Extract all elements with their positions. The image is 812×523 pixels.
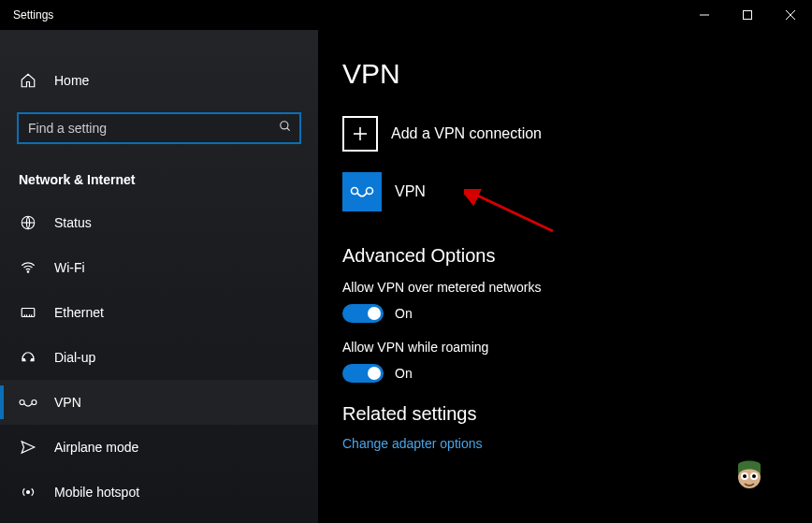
wifi-icon	[19, 259, 37, 276]
svg-point-16	[27, 491, 30, 494]
home-button[interactable]: Home	[0, 60, 318, 101]
svg-rect-1	[744, 11, 752, 20]
svg-point-4	[281, 122, 288, 129]
sidebar-item-ethernet[interactable]: Ethernet	[0, 290, 318, 335]
window-controls	[683, 0, 812, 30]
nav: Status Wi-Fi Ethernet Dial-up	[0, 200, 318, 515]
main-content: VPN Add a VPN connection VPN Advanced Op…	[318, 30, 812, 523]
sidebar-item-label: Wi-Fi	[54, 260, 85, 275]
sidebar-item-dialup[interactable]: Dial-up	[0, 335, 318, 380]
sidebar-item-label: VPN	[54, 395, 81, 410]
minimize-button[interactable]	[683, 0, 726, 30]
option-metered-label: Allow VPN over metered networks	[342, 280, 788, 295]
add-vpn-button[interactable]: Add a VPN connection	[342, 116, 788, 152]
toggle-metered[interactable]	[342, 304, 384, 323]
search-input[interactable]	[17, 112, 301, 144]
option-roaming-label: Allow VPN while roaming	[342, 340, 788, 355]
status-icon	[19, 214, 37, 231]
vpn-connection-item[interactable]: VPN	[342, 172, 788, 211]
vpn-connection-label: VPN	[395, 183, 426, 200]
sidebar-item-vpn[interactable]: VPN	[0, 380, 318, 425]
toggle-roaming[interactable]	[342, 364, 384, 383]
sidebar-item-wifi[interactable]: Wi-Fi	[0, 245, 318, 290]
svg-point-24	[743, 474, 747, 478]
sidebar-item-label: Status	[54, 215, 92, 230]
sidebar-item-status[interactable]: Status	[0, 200, 318, 245]
option-roaming: Allow VPN while roaming On	[342, 340, 788, 383]
sidebar: Home Network & Internet Status	[0, 30, 318, 523]
advanced-options-title: Advanced Options	[342, 245, 788, 267]
sidebar-item-label: Ethernet	[54, 305, 104, 320]
add-vpn-label: Add a VPN connection	[391, 125, 542, 142]
dialup-icon	[19, 349, 37, 366]
toggle-metered-state: On	[395, 306, 413, 321]
plus-icon	[342, 116, 378, 152]
mascot-icon	[728, 456, 771, 499]
titlebar: Settings	[0, 0, 812, 30]
sidebar-item-label: Dial-up	[54, 350, 95, 365]
vpn-tile-icon	[342, 172, 382, 211]
related-settings-title: Related settings	[342, 403, 788, 425]
svg-line-5	[287, 128, 290, 131]
change-adapter-link[interactable]: Change adapter options	[342, 436, 788, 451]
close-button[interactable]	[769, 0, 812, 30]
hotspot-icon	[19, 484, 37, 501]
airplane-icon	[19, 439, 37, 456]
category-header: Network & Internet	[0, 155, 318, 200]
sidebar-item-airplane[interactable]: Airplane mode	[0, 425, 318, 470]
home-icon	[19, 72, 37, 89]
arrow-annotation	[464, 189, 558, 236]
ethernet-icon	[19, 304, 37, 321]
svg-rect-9	[22, 309, 35, 317]
window-title: Settings	[13, 8, 53, 22]
home-label: Home	[54, 73, 89, 88]
maximize-button[interactable]	[726, 0, 769, 30]
svg-point-8	[27, 271, 29, 273]
sidebar-item-hotspot[interactable]: Mobile hotspot	[0, 470, 318, 515]
toggle-roaming-state: On	[395, 366, 413, 381]
sidebar-item-label: Mobile hotspot	[54, 485, 139, 500]
page-title: VPN	[342, 58, 788, 90]
sidebar-item-label: Airplane mode	[54, 440, 138, 455]
search-icon	[279, 120, 292, 137]
option-metered: Allow VPN over metered networks On	[342, 280, 788, 323]
vpn-icon	[19, 395, 37, 410]
svg-point-25	[752, 474, 756, 478]
